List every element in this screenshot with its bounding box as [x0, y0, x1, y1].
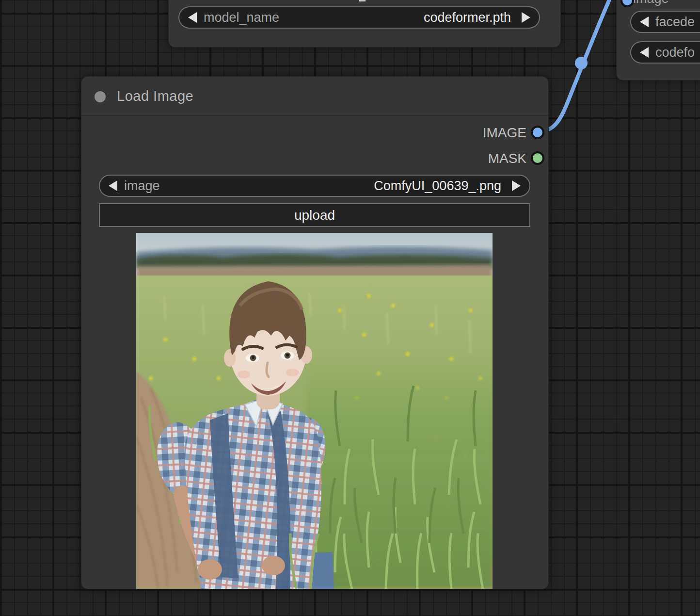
- clipped-widget-edge: [359, 0, 366, 1]
- header-divider: [81, 115, 548, 116]
- input-port-image[interactable]: [620, 0, 634, 7]
- link-midpoint-dot: [575, 57, 588, 69]
- prev-arrow-icon[interactable]: [188, 12, 197, 23]
- image-preview: [136, 233, 493, 589]
- node-header[interactable]: Load Image: [81, 77, 548, 115]
- widget-label: facede: [655, 15, 695, 30]
- widget-label: model_name: [204, 10, 279, 25]
- widget-value: codeformer.pth: [424, 10, 511, 25]
- node-load-image[interactable]: Load Image IMAGE MASK image ComfyUI_0063…: [81, 76, 549, 589]
- widget-label: image: [124, 178, 160, 194]
- next-arrow-icon[interactable]: [522, 12, 530, 23]
- node-title: Load Image: [117, 88, 193, 104]
- upload-button[interactable]: upload: [99, 203, 530, 227]
- widget-value: ComfyUI_00639_.png: [374, 178, 501, 194]
- collapse-dot[interactable]: [95, 91, 106, 102]
- output-port-mask[interactable]: [531, 151, 544, 165]
- image-combo-widget[interactable]: image ComfyUI_00639_.png: [99, 175, 530, 197]
- prev-arrow-icon[interactable]: [640, 16, 649, 27]
- comfyui-canvas[interactable]: { "app": "ComfyUI node graph", "colors":…: [0, 0, 700, 616]
- node-codeformer-top[interactable]: model_name codeformer.pth: [168, 0, 561, 48]
- prev-arrow-icon[interactable]: [640, 47, 649, 58]
- output-label-mask: MASK: [488, 151, 526, 166]
- next-arrow-icon[interactable]: [512, 180, 521, 191]
- input-label-image: image: [633, 0, 669, 6]
- facedetection-widget[interactable]: facede: [630, 11, 700, 33]
- preview-photo-illustration: [136, 233, 493, 589]
- codeformer-fidelity-widget[interactable]: codefo: [630, 41, 700, 64]
- model-name-widget[interactable]: model_name codeformer.pth: [178, 6, 540, 29]
- widget-label: codefo: [655, 45, 695, 60]
- output-label-image: IMAGE: [483, 125, 526, 141]
- upload-button-label: upload: [294, 208, 335, 223]
- output-port-image[interactable]: [531, 126, 544, 139]
- prev-arrow-icon[interactable]: [109, 180, 117, 191]
